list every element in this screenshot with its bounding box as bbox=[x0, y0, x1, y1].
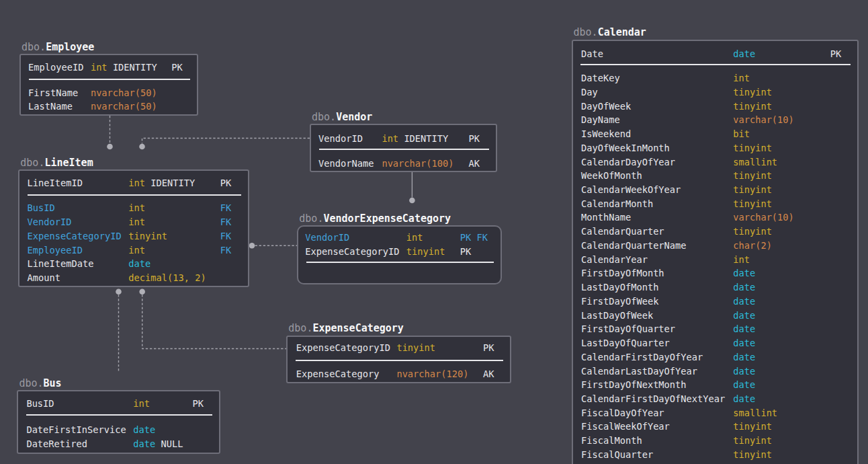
column-row-lastname: LastNamenvarchar(50) bbox=[21, 100, 197, 114]
column-name: DayName bbox=[581, 113, 620, 127]
column-row-busid: BusIDintPK bbox=[18, 397, 219, 411]
type-text: int bbox=[128, 178, 145, 188]
schema-prefix: dbo. bbox=[312, 111, 336, 123]
column-row-datekey: DateKeyint bbox=[573, 71, 857, 85]
table-name-text: Employee bbox=[46, 41, 94, 53]
column-name: ExpenseCategoryID bbox=[296, 341, 390, 355]
column-name: FirstDayOfMonth bbox=[581, 266, 664, 280]
primary-key-section: DatedatePK bbox=[573, 41, 857, 61]
column-row-lastdayofquarter: LastDayOfQuarterdate bbox=[573, 336, 857, 350]
column-name: ExpenseCategory bbox=[296, 367, 380, 381]
column-type: tinyint bbox=[733, 141, 772, 155]
schema-prefix: dbo. bbox=[19, 377, 43, 389]
column-name: LineItemID bbox=[28, 176, 83, 190]
column-row-expensecategoryid: ExpenseCategoryIDtinyintPK bbox=[288, 341, 509, 355]
column-name: VendorName bbox=[318, 157, 374, 171]
key-badges: FK bbox=[220, 229, 231, 243]
schema-diagram-canvas: dbo.EmployeeEmployeeIDintIDENTITYPKFirst… bbox=[0, 0, 868, 464]
type-text: tinyint bbox=[128, 231, 167, 241]
columns-section: FirstNamenvarchar(50)LastNamenvarchar(50… bbox=[21, 80, 197, 114]
schema-prefix: dbo. bbox=[20, 157, 44, 169]
column-row-dayname: DayNamevarchar(10) bbox=[573, 113, 857, 127]
column-name: FirstDayOfQuarter bbox=[581, 322, 675, 336]
column-type: int bbox=[406, 231, 423, 245]
column-name: LastDayOfMonth bbox=[581, 280, 658, 295]
column-row-fiscalquarter: FiscalQuartertinyint bbox=[573, 448, 857, 462]
column-row-monthname: MonthNamevarchar(10) bbox=[573, 210, 857, 225]
column-name: Amount bbox=[28, 271, 60, 285]
column-name: FirstDayOfNextMonth bbox=[581, 378, 687, 392]
table-name-text: Calendar bbox=[598, 26, 646, 38]
column-row-calendardayofyear: CalendarDayOfYearsmallint bbox=[573, 155, 857, 169]
column-type: date bbox=[733, 350, 755, 364]
column-type: tinyint bbox=[733, 225, 772, 239]
column-row-vendorid: VendorIDintIDENTITYPK bbox=[311, 132, 496, 146]
column-row-weekofmonth: WeekOfMonthtinyint bbox=[573, 169, 857, 183]
type-text: date bbox=[733, 48, 755, 59]
key-badges: FK bbox=[220, 201, 231, 215]
primary-key-section: ExpenseCategoryIDtinyintPK bbox=[288, 337, 509, 355]
type-text: tinyint bbox=[733, 421, 772, 432]
type-text: nvarchar(100) bbox=[382, 158, 453, 169]
type-text: tinyint bbox=[406, 246, 445, 257]
column-row-dateretired: DateRetireddateNULL bbox=[18, 437, 219, 451]
column-name: DayOfWeekInMonth bbox=[581, 141, 670, 155]
type-text: nvarchar(120) bbox=[396, 369, 468, 379]
column-name: FiscalWeekOfYear bbox=[581, 420, 670, 434]
type-text: date bbox=[133, 438, 155, 449]
column-name: MonthName bbox=[581, 210, 631, 225]
column-type: smallint bbox=[733, 406, 777, 420]
type-text: nvarchar(50) bbox=[91, 87, 157, 98]
schema-prefix: dbo. bbox=[299, 212, 323, 225]
key-badges: PK bbox=[483, 341, 494, 355]
column-type: tinyint bbox=[733, 197, 772, 211]
column-type: intIDENTITY bbox=[128, 176, 195, 190]
connector-endpoint-dot bbox=[107, 144, 113, 150]
column-name: BusID bbox=[28, 201, 55, 215]
column-type: smallint bbox=[733, 155, 777, 169]
type-text: varchar(10) bbox=[733, 114, 794, 125]
connector-line bbox=[142, 295, 287, 348]
column-name: LastDayOfQuarter bbox=[581, 336, 670, 350]
column-row-employeeid: EmployeeIDintIDENTITYPK bbox=[21, 61, 197, 75]
column-type: date bbox=[733, 322, 755, 336]
column-name: DateRetired bbox=[26, 437, 87, 451]
column-type: date bbox=[133, 423, 155, 437]
column-name: FirstName bbox=[28, 86, 78, 100]
type-text: date bbox=[733, 310, 755, 321]
column-type: intIDENTITY bbox=[91, 61, 157, 75]
column-row-expensecategoryid: ExpenseCategoryIDtinyintFK bbox=[19, 229, 247, 243]
connector-endpoint-dot bbox=[139, 289, 145, 295]
column-type: date bbox=[733, 364, 755, 379]
schema-prefix: dbo. bbox=[574, 26, 598, 38]
type-text: int bbox=[128, 217, 145, 227]
column-name: CalendarQuarterName bbox=[581, 239, 687, 253]
schema-prefix: dbo. bbox=[21, 41, 46, 53]
column-type: int bbox=[733, 71, 750, 85]
table-box: DatedatePKDateKeyintDaytinyintDayOfWeekt… bbox=[572, 40, 859, 464]
type-text: date bbox=[733, 379, 755, 390]
column-row-expensecategory: ExpenseCategorynvarchar(120)AK bbox=[288, 367, 509, 381]
column-name: WeekOfMonth bbox=[581, 169, 642, 183]
column-name: CalendarFirstDayOfYear bbox=[581, 350, 703, 364]
column-row-dayofweekinmonth: DayOfWeekInMonthtinyint bbox=[573, 141, 857, 155]
connector-lineitem-bus bbox=[116, 289, 122, 372]
column-name: DateKey bbox=[581, 71, 620, 85]
type-text: tinyint bbox=[733, 449, 772, 460]
type-keyword: IDENTITY bbox=[404, 133, 448, 144]
column-row-calendarquartername: CalendarQuarterNamechar(2) bbox=[573, 239, 857, 253]
type-keyword: IDENTITY bbox=[150, 178, 195, 188]
column-row-expensecategoryid: ExpenseCategoryIDtinyintPK bbox=[298, 245, 500, 259]
column-row-datefirstinservice: DateFirstInServicedate bbox=[18, 423, 219, 437]
table-name-text: Vendor bbox=[336, 111, 372, 123]
type-text: int bbox=[733, 254, 750, 265]
column-row-fiscalmonth: FiscalMonthtinyint bbox=[573, 434, 857, 448]
column-name: FiscalQuarter bbox=[581, 448, 653, 462]
column-name: Date bbox=[581, 47, 603, 61]
type-text: date bbox=[733, 338, 755, 348]
primary-key-section: BusIDintPK bbox=[18, 391, 219, 411]
column-type: intIDENTITY bbox=[382, 132, 448, 146]
column-type: nvarchar(120) bbox=[396, 367, 468, 381]
type-keyword: NULL bbox=[161, 438, 183, 449]
type-text: date bbox=[733, 393, 755, 404]
